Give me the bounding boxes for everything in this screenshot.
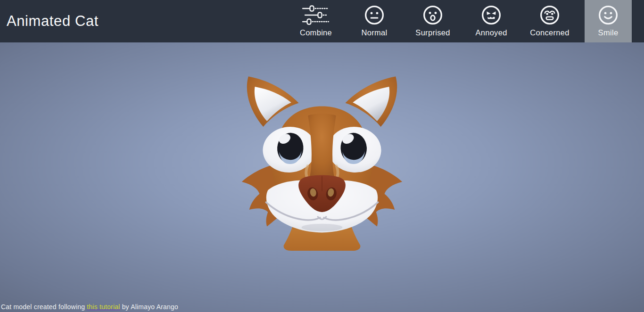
toolbar-button-label: Surprised: [415, 28, 450, 37]
toolbar-button-label: Annoyed: [475, 28, 507, 37]
toolbar-button-label: Normal: [362, 28, 388, 37]
toolbar-button-normal[interactable]: Normal: [351, 0, 398, 42]
concerned-face-icon: [539, 4, 560, 26]
app-window: Animated Cat: [0, 0, 644, 312]
attribution-text: Cat model created following: [1, 303, 87, 311]
page-title: Animated Cat: [0, 13, 99, 30]
smile-face-icon: [598, 4, 619, 26]
toolbar-button-combine[interactable]: Combine: [292, 0, 339, 42]
normal-face-icon: [364, 4, 385, 26]
header-bar: Animated Cat: [0, 0, 644, 42]
toolbar-button-concerned[interactable]: Concerned: [526, 0, 573, 42]
toolbar-button-smile[interactable]: Smile: [585, 0, 632, 42]
annoyed-face-icon: [481, 4, 502, 26]
toolbar-button-annoyed[interactable]: Annoyed: [468, 0, 515, 42]
attribution-text: by Alimayo Arango: [120, 303, 178, 311]
toolbar-button-label: Smile: [598, 28, 619, 37]
tutorial-link[interactable]: this tutorial: [87, 303, 120, 311]
toolbar-button-surprised[interactable]: Surprised: [409, 0, 456, 42]
cat-head-3d-model: [238, 74, 406, 260]
attribution: Cat model created following this tutoria…: [1, 303, 178, 311]
toolbar-button-label: Concerned: [530, 28, 569, 37]
expression-toolbar: Combine Normal: [292, 0, 632, 42]
scene-canvas[interactable]: Cat model created following this tutoria…: [0, 42, 644, 312]
surprised-face-icon: [422, 4, 443, 26]
toolbar-button-label: Combine: [300, 28, 332, 37]
sliders-icon: [302, 4, 330, 26]
